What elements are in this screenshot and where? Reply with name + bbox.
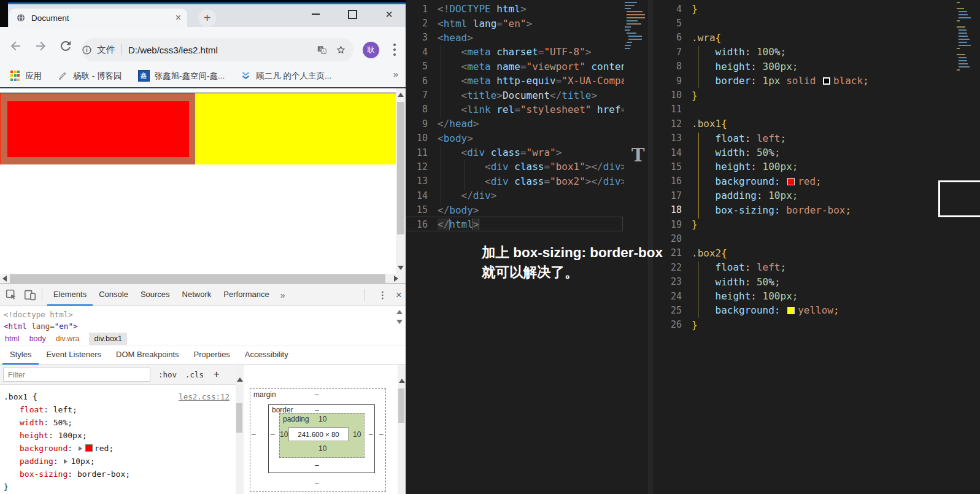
css-code-lines[interactable]: 4}56.wra{7 width: 100%;8 height: 300px;9… bbox=[652, 2, 953, 332]
dom-tree-line[interactable]: <html lang="en"> bbox=[4, 320, 395, 332]
bookmark-star-icon[interactable] bbox=[336, 45, 346, 55]
url-text[interactable]: D:/web/css3/les2.html bbox=[128, 45, 317, 55]
code-line[interactable]: 2<html lang="en"> bbox=[406, 16, 624, 30]
browser-tab[interactable]: Document × bbox=[9, 9, 187, 27]
code-line[interactable]: 16 background: red; bbox=[652, 174, 953, 188]
code-line[interactable]: 7 width: 100%; bbox=[652, 45, 953, 59]
border-right-value[interactable]: – bbox=[369, 430, 373, 439]
sidebar-tab-styles[interactable]: Styles bbox=[2, 345, 39, 365]
stylesheet-source-link[interactable]: les2.css:12 bbox=[179, 390, 230, 403]
code-line[interactable]: 12.box1{ bbox=[652, 117, 953, 131]
code-line[interactable]: 14 width: 50%; bbox=[652, 145, 953, 160]
dom-mini-scrollbar[interactable] bbox=[396, 309, 403, 330]
styles-filter-input[interactable] bbox=[3, 368, 150, 382]
horizontal-scroll-thumb[interactable] bbox=[10, 274, 385, 283]
expand-arrow-icon[interactable] bbox=[79, 446, 82, 451]
color-swatch[interactable] bbox=[85, 444, 93, 452]
inspect-element-icon[interactable] bbox=[5, 288, 18, 302]
code-line[interactable]: 22 float: left; bbox=[652, 260, 953, 274]
editor-group-css[interactable]: 4}56.wra{7 width: 100%;8 height: 300px;9… bbox=[652, 0, 980, 494]
sidebar-tab-dom-breakpoints[interactable]: DOM Breakpoints bbox=[109, 345, 187, 365]
code-line[interactable]: 5 bbox=[652, 16, 953, 30]
toggle-cls-button[interactable]: .cls bbox=[185, 370, 204, 379]
window-maximize-button[interactable] bbox=[339, 4, 366, 24]
bookmarks-overflow-icon[interactable]: » bbox=[393, 69, 398, 79]
code-line[interactable]: 7 <title>Document</title> bbox=[406, 88, 624, 102]
code-line[interactable]: 9</head> bbox=[406, 117, 624, 131]
code-line[interactable]: 20 bbox=[652, 231, 953, 245]
scroll-up-icon[interactable] bbox=[237, 377, 243, 382]
dom-tree-line[interactable]: <!doctype html> bbox=[4, 309, 395, 320]
border-bottom-value[interactable]: – bbox=[315, 461, 319, 469]
padding-left-value[interactable]: 10 bbox=[280, 430, 288, 439]
styles-scrollbar[interactable] bbox=[236, 365, 244, 494]
profile-avatar[interactable]: 耿 bbox=[363, 42, 379, 58]
code-line[interactable]: 13 float: left; bbox=[652, 131, 953, 145]
new-style-rule-button[interactable]: + bbox=[214, 368, 220, 380]
sidebar-tab-properties[interactable]: Properties bbox=[187, 345, 237, 365]
code-line[interactable]: 6.wra{ bbox=[652, 31, 953, 45]
css-property-name[interactable]: box-sizing bbox=[20, 469, 68, 479]
css-property-row[interactable]: float: left; bbox=[4, 403, 236, 416]
vertical-scroll-thumb[interactable] bbox=[397, 102, 404, 234]
scroll-up-icon[interactable] bbox=[396, 310, 403, 314]
devtools-tab-console[interactable]: Console bbox=[93, 284, 134, 306]
css-property-value[interactable]: left; bbox=[53, 405, 77, 414]
code-line[interactable]: 18 box-sizing: border-box; bbox=[652, 203, 953, 217]
devtools-tab-elements[interactable]: Elements bbox=[47, 284, 93, 306]
css-property-row[interactable]: height: 100px; bbox=[4, 429, 236, 442]
padding-bottom-value[interactable]: 10 bbox=[318, 444, 326, 453]
padding-right-value[interactable]: 10 bbox=[353, 430, 361, 439]
browser-menu-icon[interactable] bbox=[393, 44, 396, 57]
code-line[interactable]: 4 <meta charset="UTF-8"> bbox=[406, 45, 624, 59]
css-property-row[interactable]: padding: 10px; bbox=[4, 455, 236, 468]
code-line[interactable]: 8 height: 300px; bbox=[652, 60, 953, 74]
devtools-tab-performance[interactable]: Performance bbox=[217, 284, 275, 306]
scroll-up-icon[interactable] bbox=[399, 379, 405, 383]
minimap[interactable] bbox=[957, 2, 980, 72]
code-line[interactable]: 15 height: 100px; bbox=[652, 160, 953, 174]
margin-left-value[interactable]: – bbox=[252, 430, 256, 439]
code-line[interactable]: 17 padding: 10px; bbox=[652, 188, 953, 203]
bookmark-item[interactable]: 应用 bbox=[10, 71, 42, 82]
code-line[interactable]: 10<body> bbox=[406, 131, 624, 145]
sidebar-tab-event-listeners[interactable]: Event Listeners bbox=[39, 345, 109, 365]
breadcrumb-div.box1[interactable]: div.box1 bbox=[89, 333, 127, 345]
code-line[interactable]: 24 height: 100px; bbox=[652, 289, 953, 303]
code-line[interactable]: 10} bbox=[652, 88, 953, 102]
devtools-menu-icon[interactable]: ⋮ bbox=[378, 290, 387, 301]
css-property-value[interactable]: 100px; bbox=[58, 431, 87, 440]
code-line[interactable]: 14 </div> bbox=[406, 188, 624, 203]
devtools-tabs-overflow-icon[interactable]: » bbox=[276, 290, 290, 300]
expand-arrow-icon[interactable] bbox=[64, 459, 68, 464]
translate-icon[interactable]: 文A bbox=[317, 45, 327, 55]
border-left-value[interactable]: – bbox=[271, 430, 275, 439]
bookmark-item[interactable]: 杨耿 - 博客园 bbox=[58, 71, 122, 82]
url-bar[interactable]: 文件 D:/web/css3/les2.html 文A bbox=[82, 38, 353, 61]
scroll-down-icon[interactable] bbox=[396, 320, 403, 324]
code-line[interactable]: 9 border: 1px solid black; bbox=[652, 74, 953, 88]
css-property-name[interactable]: width bbox=[20, 418, 44, 427]
border-top-value[interactable]: – bbox=[315, 406, 319, 414]
padding-top-value[interactable]: 10 bbox=[318, 415, 326, 423]
rule-selector[interactable]: .box1 bbox=[4, 392, 28, 401]
window-minimize-button[interactable] bbox=[302, 4, 329, 24]
css-property-name[interactable]: background bbox=[20, 444, 68, 453]
devtools-tab-network[interactable]: Network bbox=[176, 284, 218, 306]
code-line[interactable]: 1<!DOCTYPE html> bbox=[406, 2, 624, 16]
code-line[interactable]: 5 <meta name="viewport" content="width=d… bbox=[406, 60, 624, 74]
code-line[interactable]: 3<head> bbox=[406, 31, 624, 45]
new-tab-button[interactable]: + bbox=[198, 9, 216, 27]
code-line[interactable]: 11 <div class="wra"> bbox=[406, 145, 624, 160]
code-line[interactable]: 15</body> bbox=[406, 203, 624, 217]
margin-bottom-value[interactable]: – bbox=[315, 479, 319, 488]
code-line[interactable]: 11 bbox=[652, 102, 953, 117]
code-line[interactable]: 23 width: 50%; bbox=[652, 274, 953, 288]
devtools-tab-sources[interactable]: Sources bbox=[134, 284, 176, 306]
code-line[interactable]: 21.box2{ bbox=[652, 246, 953, 260]
code-line[interactable]: 25 background: yellow; bbox=[652, 303, 953, 317]
sidebar-scrollbar[interactable] bbox=[398, 365, 406, 494]
css-property-row[interactable]: background: red; bbox=[4, 442, 236, 455]
back-button[interactable] bbox=[9, 39, 23, 53]
code-line[interactable]: 26} bbox=[652, 318, 953, 332]
